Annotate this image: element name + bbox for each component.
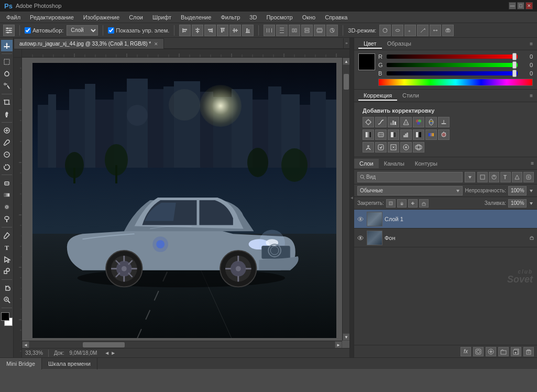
tool-hand[interactable] <box>1 282 13 293</box>
filter-smart-icon[interactable] <box>523 172 534 182</box>
canvas-document[interactable] <box>32 63 336 338</box>
fx-button[interactable]: fx <box>461 347 471 356</box>
corr-extra5-icon[interactable] <box>413 142 424 153</box>
new-layer-button[interactable] <box>511 347 521 356</box>
autoselect-checkbox[interactable] <box>25 27 31 34</box>
corr-extra1-icon[interactable] <box>363 142 374 153</box>
align-left-icon[interactable] <box>179 25 191 36</box>
delete-layer-button[interactable] <box>523 347 534 356</box>
show-transform-checkbox[interactable] <box>108 27 114 34</box>
layers-panel-menu-icon[interactable]: ≡ <box>531 160 537 166</box>
scroll-thumb-h[interactable] <box>83 342 125 347</box>
scroll-left-arrow[interactable]: ◄ <box>22 341 29 348</box>
tab-layers[interactable]: Слои <box>354 159 379 168</box>
status-prev-icon[interactable]: ◄ <box>104 350 109 356</box>
align-top-icon[interactable] <box>217 25 228 36</box>
lock-transparent-icon[interactable] <box>386 199 396 208</box>
layer-visibility-0[interactable] <box>356 215 365 223</box>
align-center-h-icon[interactable] <box>192 25 203 36</box>
horizontal-scrollbar[interactable]: ◄ ► <box>22 341 342 348</box>
scroll-right-arrow[interactable]: ► <box>335 341 342 348</box>
menu-help[interactable]: Справка <box>321 13 352 21</box>
filter-shape-icon[interactable] <box>512 172 522 182</box>
scroll-up-arrow[interactable]: ▲ <box>343 58 349 65</box>
tab-correction[interactable]: Коррекция <box>358 91 397 101</box>
dist-auto-icon[interactable] <box>326 25 338 36</box>
tool-history[interactable] <box>1 161 13 172</box>
tab-timeline[interactable]: Шкала времени <box>42 358 97 369</box>
menu-3d[interactable]: 3D <box>245 13 261 21</box>
corr-colorbalance-icon[interactable] <box>438 117 450 127</box>
tab-color[interactable]: Цвет <box>358 39 382 49</box>
3d-camera-icon[interactable] <box>442 25 454 36</box>
close-button[interactable]: ✕ <box>525 2 533 9</box>
window-controls[interactable]: — □ ✕ <box>509 2 533 9</box>
foreground-color[interactable] <box>1 312 9 321</box>
dist-h-icon[interactable] <box>264 25 275 36</box>
vertical-scrollbar[interactable]: ▲ ▼ <box>342 58 349 341</box>
tool-pen[interactable] <box>1 230 13 241</box>
corr-levels-icon[interactable] <box>388 117 399 127</box>
menu-view[interactable]: Просмотр <box>262 13 297 21</box>
tab-mini-bridge[interactable]: Mini Bridge <box>0 358 42 369</box>
tab-channels[interactable]: Каналы <box>379 159 410 168</box>
corr-threshold-icon[interactable] <box>413 129 424 140</box>
layers-search-value[interactable]: Вид <box>366 174 376 180</box>
corr-posterize-icon[interactable] <box>400 129 412 140</box>
tool-healing[interactable] <box>1 125 13 136</box>
corr-brightness-icon[interactable] <box>363 117 374 127</box>
corr-colorlookup-icon[interactable] <box>375 129 387 140</box>
corr-invert-icon[interactable] <box>388 129 399 140</box>
3d-scale-icon[interactable] <box>430 25 441 36</box>
filter-text-icon[interactable]: T <box>500 172 511 182</box>
align-right-icon[interactable] <box>204 25 216 36</box>
menu-layers[interactable]: Слои <box>125 13 147 21</box>
dist-v-icon[interactable] <box>276 25 288 36</box>
menu-file[interactable]: Файл <box>2 13 25 21</box>
b-slider[interactable] <box>387 71 518 75</box>
corr-exposure-icon[interactable] <box>400 117 412 127</box>
b-thumb[interactable] <box>512 70 517 77</box>
tool-wand[interactable] <box>1 80 13 92</box>
add-group-button[interactable] <box>498 347 509 356</box>
opacity-dropdown-icon[interactable] <box>529 188 534 194</box>
autoselect-select[interactable]: Слой <box>67 25 98 36</box>
tool-gradient[interactable] <box>1 189 13 201</box>
tool-type[interactable]: T <box>1 242 13 253</box>
3d-slide-icon[interactable] <box>417 25 429 36</box>
layers-filter-dropdown[interactable] <box>465 172 475 182</box>
tab-swatches[interactable]: Образцы <box>382 39 417 49</box>
layer-visibility-1[interactable] <box>356 234 365 242</box>
fill-value[interactable]: 100% <box>508 199 527 208</box>
color-swatches[interactable] <box>0 312 14 326</box>
status-next-icon[interactable]: ► <box>111 350 116 356</box>
fill-dropdown-icon[interactable] <box>529 200 534 206</box>
tool-options-icon[interactable] <box>3 25 15 36</box>
corr-selectcolor-icon[interactable] <box>438 129 450 140</box>
corr-huesat-icon[interactable] <box>425 117 437 127</box>
corr-extra2-icon[interactable] <box>375 142 387 153</box>
tool-dodge[interactable] <box>1 213 13 225</box>
corr-gradient-map-icon[interactable] <box>425 129 437 140</box>
3d-roll-icon[interactable] <box>392 25 403 36</box>
tab-panel-arrow[interactable]: » <box>343 38 349 49</box>
lock-all-icon[interactable] <box>419 199 429 208</box>
menu-filter[interactable]: Фильтр <box>216 13 244 21</box>
right-panel-collapse[interactable]: ◄ <box>349 38 354 357</box>
corr-bwphoto-icon[interactable] <box>363 129 374 140</box>
dist-spacing2-icon[interactable] <box>301 25 313 36</box>
tool-path-select[interactable] <box>1 254 13 265</box>
tool-clone[interactable] <box>1 149 13 160</box>
correction-panel-menu-icon[interactable]: ≡ <box>530 93 533 99</box>
tab-paths[interactable]: Контуры <box>410 159 443 168</box>
tab-styles[interactable]: Стили <box>397 91 424 101</box>
3d-rotate-icon[interactable] <box>379 25 391 36</box>
lock-position-icon[interactable] <box>408 199 418 208</box>
3d-pan-icon[interactable]: ⌖ <box>404 25 416 36</box>
g-thumb[interactable] <box>512 61 517 69</box>
menu-window[interactable]: Окно <box>298 13 320 21</box>
tab-close-icon[interactable]: ✕ <box>154 41 158 47</box>
corr-extra4-icon[interactable] <box>400 142 412 153</box>
tool-lasso[interactable] <box>1 68 13 80</box>
tool-eyedropper[interactable] <box>1 108 13 120</box>
